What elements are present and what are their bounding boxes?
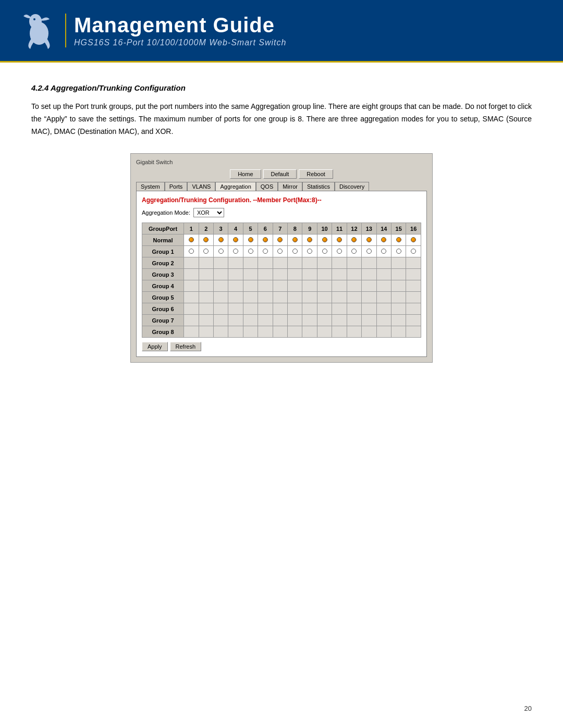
row-label-group6: Group 6 [142, 303, 184, 315]
svg-point-2 [33, 18, 35, 20]
radio-normal-1-icon [189, 237, 194, 242]
cell-group1-7[interactable] [273, 246, 287, 257]
cell-normal-5[interactable] [243, 235, 258, 246]
col-header-15: 15 [391, 223, 406, 235]
radio-normal-2-icon [203, 237, 209, 242]
col-header-14: 14 [376, 223, 391, 235]
tab-vlans[interactable]: VLANS [187, 182, 215, 191]
cell-normal-3[interactable] [213, 235, 228, 246]
header: Management Guide HGS16S 16-Port 10/100/1… [0, 0, 563, 63]
radio-normal-11-icon [337, 237, 342, 242]
tab-statistics[interactable]: Statistics [302, 182, 335, 191]
cell-group1-5[interactable] [243, 246, 258, 257]
table-row: Group 1 [142, 246, 421, 257]
default-button[interactable]: Default [263, 169, 297, 179]
radio-normal-5-icon [248, 237, 253, 242]
col-header-8: 8 [288, 223, 302, 235]
cell-normal-13[interactable] [362, 235, 376, 246]
radio-normal-10-icon [322, 237, 327, 242]
cell-normal-7[interactable] [273, 235, 287, 246]
tab-aggregation[interactable]: Aggregation [215, 182, 255, 191]
aggregation-mode-row: Aggregation Mode: XOR SMAC DMAC [142, 208, 421, 217]
cell-group1-13[interactable] [362, 246, 376, 257]
row-label-group4: Group 4 [142, 280, 184, 292]
cell-group1-11[interactable] [332, 246, 347, 257]
refresh-button[interactable]: Refresh [170, 342, 202, 351]
cell-group2-1[interactable] [184, 257, 199, 269]
cell-group1-15[interactable] [391, 246, 406, 257]
cell-group1-12[interactable] [347, 246, 361, 257]
logo-area: Management Guide HGS16S 16-Port 10/100/1… [21, 10, 286, 52]
table-row: Group 6 [142, 303, 421, 315]
col-header-11: 11 [332, 223, 347, 235]
cell-normal-16[interactable] [406, 235, 421, 246]
section-heading: 4.2.4 Aggregation/Trunking Configuration [31, 83, 532, 92]
tab-qos[interactable]: QOS [256, 182, 278, 191]
cell-normal-10[interactable] [317, 235, 332, 246]
radio-group1-5-icon [248, 249, 253, 254]
mode-label: Aggregation Mode: [142, 209, 190, 216]
main-content: 4.2.4 Aggregation/Trunking Configuration… [0, 63, 563, 384]
tab-system[interactable]: System [136, 182, 165, 191]
cell-group1-6[interactable] [258, 246, 273, 257]
cell-normal-12[interactable] [347, 235, 361, 246]
col-header-4: 4 [228, 223, 243, 235]
reboot-button[interactable]: Reboot [299, 169, 333, 179]
col-header-12: 12 [347, 223, 361, 235]
cell-group1-8[interactable] [288, 246, 302, 257]
table-row: Group 4 [142, 280, 421, 292]
row-label-normal: Normal [142, 235, 184, 246]
table-row: Group 3 [142, 269, 421, 280]
radio-normal-4-icon [233, 237, 238, 242]
row-label-group5: Group 5 [142, 292, 184, 303]
mode-select[interactable]: XOR SMAC DMAC [193, 208, 224, 217]
cell-normal-2[interactable] [199, 235, 213, 246]
radio-group1-13-icon [366, 249, 372, 254]
tab-discovery[interactable]: Discovery [335, 182, 369, 191]
col-header-3: 3 [213, 223, 228, 235]
row-label-group8: Group 8 [142, 326, 184, 338]
cell-group1-10[interactable] [317, 246, 332, 257]
cell-normal-14[interactable] [376, 235, 391, 246]
radio-normal-12-icon [351, 237, 357, 242]
table-header-row: GroupPort 1 2 3 4 5 6 7 8 9 10 11 12 13 [142, 223, 421, 235]
table-row: Group 2 [142, 257, 421, 269]
cell-normal-4[interactable] [228, 235, 243, 246]
radio-group1-12-icon [351, 249, 357, 254]
ui-panel: Gigabit Switch Home Default Reboot Syste… [130, 153, 433, 363]
col-header-5: 5 [243, 223, 258, 235]
cell-normal-11[interactable] [332, 235, 347, 246]
home-button[interactable]: Home [230, 169, 261, 179]
radio-normal-6-icon [263, 237, 268, 242]
cell-group1-9[interactable] [302, 246, 317, 257]
tab-mirror[interactable]: Mirror [278, 182, 302, 191]
table-row: Group 7 [142, 315, 421, 326]
tab-ports[interactable]: Ports [165, 182, 188, 191]
radio-group1-15-icon [396, 249, 401, 254]
cell-normal-9[interactable] [302, 235, 317, 246]
cell-normal-8[interactable] [288, 235, 302, 246]
cell-group1-4[interactable] [228, 246, 243, 257]
cell-group1-3[interactable] [213, 246, 228, 257]
cell-normal-1[interactable] [184, 235, 199, 246]
radio-group1-7-icon [277, 249, 283, 254]
radio-normal-16-icon [411, 237, 416, 242]
description-text: To set up the Port trunk groups, put the… [31, 101, 532, 138]
header-subtitle: HGS16S 16-Port 10/100/1000M Web-Smart Sw… [74, 38, 286, 47]
radio-group1-9-icon [307, 249, 312, 254]
table-row: Group 8 [142, 326, 421, 338]
radio-group1-14-icon [381, 249, 386, 254]
panel-title: Gigabit Switch [136, 159, 427, 165]
cell-group1-16[interactable] [406, 246, 421, 257]
cell-normal-6[interactable] [258, 235, 273, 246]
cell-group1-14[interactable] [376, 246, 391, 257]
cell-normal-15[interactable] [391, 235, 406, 246]
config-title: Aggregation/Trunking Configuration. --Me… [142, 196, 421, 204]
cell-group1-1[interactable] [184, 246, 199, 257]
radio-group1-4-icon [233, 249, 238, 254]
cell-group1-2[interactable] [199, 246, 213, 257]
radio-normal-15-icon [396, 237, 401, 242]
radio-group1-2-icon [203, 249, 209, 254]
apply-button[interactable]: Apply [142, 342, 168, 351]
row-label-group3: Group 3 [142, 269, 184, 280]
